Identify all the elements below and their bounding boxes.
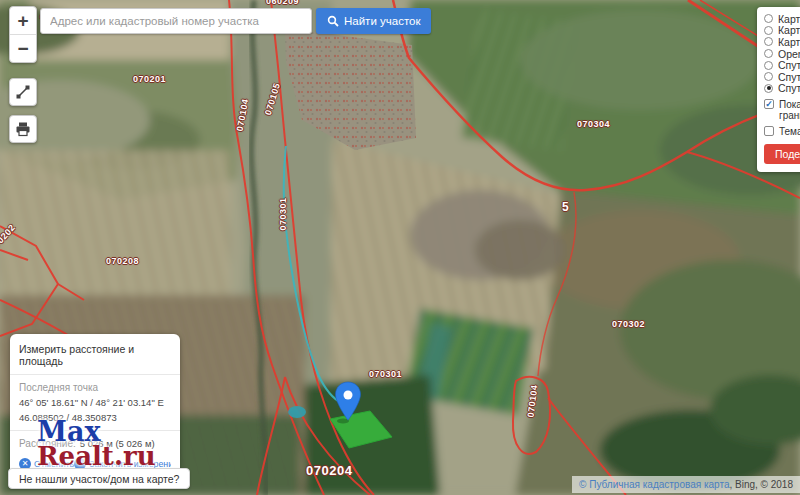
print-button[interactable] — [9, 115, 37, 143]
checkbox-icon[interactable] — [764, 126, 774, 136]
radio-icon[interactable] — [764, 84, 773, 93]
search-icon — [327, 15, 339, 27]
search-bar: Найти участок — [40, 8, 431, 34]
divider — [10, 430, 180, 431]
layer-option-label: Карта — [778, 36, 800, 48]
layers-checkboxes: ✓ПоказаграницыТемати — [764, 99, 800, 137]
radio-icon[interactable] — [764, 14, 773, 23]
printer-icon — [15, 121, 31, 137]
measure-panel-title: Измерить расстояние и площадь — [19, 343, 171, 367]
layer-option[interactable]: Спутни — [764, 71, 800, 83]
radio-icon[interactable] — [764, 37, 773, 46]
measure-panel: Измерить расстояние и площадь Последняя … — [10, 334, 180, 478]
radio-icon[interactable] — [764, 61, 773, 70]
find-parcel-label: Найти участок — [344, 15, 420, 27]
radio-icon[interactable] — [764, 72, 773, 81]
map-attribution: © Публичная кадастровая карта, Bing, © 2… — [572, 476, 800, 493]
last-point-label: Последняя точка — [19, 382, 171, 393]
layer-checkbox-row[interactable]: Темати — [764, 126, 800, 137]
divider — [10, 374, 180, 375]
layer-option[interactable]: OpenS — [764, 48, 800, 60]
layer-option-label: Спутни — [778, 71, 800, 83]
distance-value: 5 026 м (5 026 м) — [80, 438, 155, 449]
attribution-rest: , Bing, © 2018 — [729, 479, 793, 490]
checkbox-icon[interactable]: ✓ — [764, 99, 774, 109]
layer-option[interactable]: Карта — [764, 25, 800, 37]
radio-icon[interactable] — [764, 26, 773, 35]
layers-panel: КартаКартаКартаOpenSСпутниСпутниСпутни ✓… — [757, 7, 800, 172]
attribution-link[interactable]: © Публичная кадастровая карта — [579, 479, 729, 490]
layer-option-label: Спутни — [778, 82, 800, 94]
layer-checkbox-row[interactable]: ✓Показаграницы — [764, 99, 800, 121]
layers-list: КартаКартаКартаOpenSСпутниСпутниСпутни — [764, 13, 800, 94]
pond — [288, 406, 306, 418]
layer-option-label: Карта — [778, 13, 800, 25]
share-button[interactable]: Подели — [764, 144, 800, 164]
checkbox-label: Показаграницы — [779, 99, 800, 121]
zoom-out-button[interactable]: − — [10, 35, 36, 62]
layer-option[interactable]: Карта — [764, 13, 800, 25]
distance-label: Расстояние: — [19, 438, 76, 449]
radio-icon[interactable] — [764, 49, 773, 58]
zoom-in-button[interactable]: + — [10, 7, 36, 34]
map-view: 0602090200702010701040701050703010702020… — [0, 0, 800, 495]
coordinates-dms: 46° 05' 18.61" N / 48° 21' 03.14" E — [19, 397, 171, 408]
layer-option[interactable]: Спутни — [764, 59, 800, 71]
coordinates-decimal: 46.088502 / 48.350873 — [19, 412, 171, 423]
layer-option[interactable]: Карта — [764, 36, 800, 48]
ruler-icon — [15, 84, 31, 100]
checkbox-label: Темати — [779, 126, 800, 137]
find-parcel-button[interactable]: Найти участок — [316, 8, 431, 34]
layer-option[interactable]: Спутни — [764, 83, 800, 95]
not-found-button[interactable]: Не нашли участок/дом на карте? — [8, 468, 190, 489]
zoom-control: + − — [9, 6, 37, 63]
layer-option-label: Спутни — [778, 59, 800, 71]
search-input[interactable] — [40, 8, 312, 34]
layer-option-label: OpenS — [778, 48, 800, 60]
layer-option-label: Карта — [778, 24, 800, 36]
measure-tool-button[interactable] — [9, 78, 37, 106]
